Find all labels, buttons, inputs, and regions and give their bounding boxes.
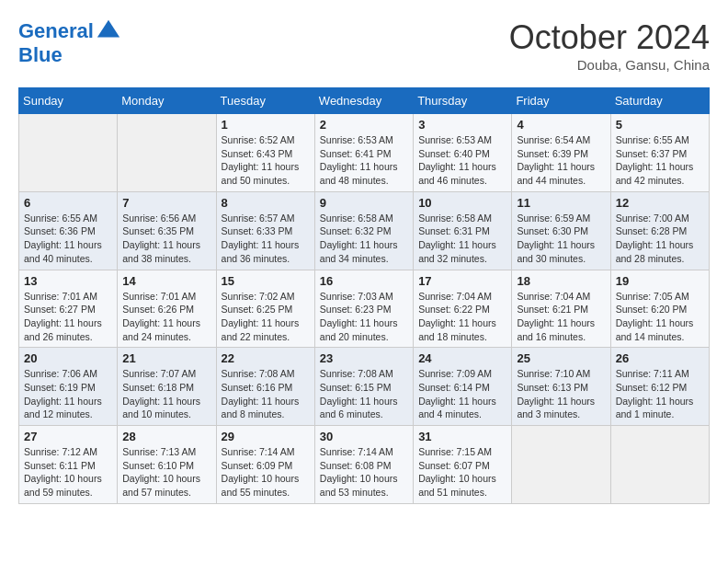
day-number: 19: [616, 274, 704, 288]
calendar-day-cell: 30Sunrise: 7:14 AM Sunset: 6:08 PM Dayli…: [314, 426, 413, 504]
day-info: Sunrise: 7:08 AM Sunset: 6:15 PM Dayligh…: [320, 367, 408, 421]
weekday-header-cell: Thursday: [414, 88, 512, 114]
calendar-day-cell: 23Sunrise: 7:08 AM Sunset: 6:15 PM Dayli…: [314, 348, 413, 426]
logo-text-blue: Blue: [18, 44, 63, 66]
day-number: 5: [616, 118, 704, 132]
day-info: Sunrise: 7:03 AM Sunset: 6:23 PM Dayligh…: [320, 290, 408, 344]
calendar-day-cell: 31Sunrise: 7:15 AM Sunset: 6:07 PM Dayli…: [414, 426, 512, 504]
day-info: Sunrise: 6:57 AM Sunset: 6:33 PM Dayligh…: [222, 212, 310, 266]
calendar-day-cell: 7Sunrise: 6:56 AM Sunset: 6:35 PM Daylig…: [118, 191, 216, 270]
calendar-day-cell: 10Sunrise: 6:58 AM Sunset: 6:31 PM Dayli…: [414, 191, 512, 270]
day-number: 14: [122, 274, 210, 288]
day-info: Sunrise: 7:11 AM Sunset: 6:12 PM Dayligh…: [616, 367, 704, 421]
calendar-day-cell: 3Sunrise: 6:53 AM Sunset: 6:40 PM Daylig…: [414, 114, 512, 192]
svg-marker-0: [97, 20, 119, 38]
calendar-day-cell: 12Sunrise: 7:00 AM Sunset: 6:28 PM Dayli…: [610, 191, 709, 270]
weekday-header-cell: Saturday: [610, 88, 709, 114]
day-number: 31: [418, 430, 506, 443]
day-number: 23: [320, 351, 408, 365]
calendar-day-cell: 16Sunrise: 7:03 AM Sunset: 6:23 PM Dayli…: [314, 270, 413, 348]
day-number: 4: [517, 118, 605, 132]
calendar-day-cell: [19, 114, 118, 192]
day-info: Sunrise: 6:54 AM Sunset: 6:39 PM Dayligh…: [517, 133, 605, 188]
day-info: Sunrise: 6:53 AM Sunset: 6:40 PM Dayligh…: [418, 133, 506, 188]
day-number: 13: [24, 274, 112, 288]
logo-text: General: [18, 20, 94, 42]
logo-icon: [96, 18, 121, 44]
day-info: Sunrise: 7:14 AM Sunset: 6:09 PM Dayligh…: [222, 445, 310, 500]
calendar-week-row: 20Sunrise: 7:06 AM Sunset: 6:19 PM Dayli…: [19, 348, 710, 426]
weekday-header-cell: Tuesday: [216, 88, 314, 114]
day-info: Sunrise: 7:06 AM Sunset: 6:19 PM Dayligh…: [24, 367, 112, 421]
day-info: Sunrise: 7:01 AM Sunset: 6:27 PM Dayligh…: [24, 290, 112, 344]
logo: General Blue: [18, 18, 121, 66]
day-number: 2: [320, 118, 408, 132]
day-info: Sunrise: 7:12 AM Sunset: 6:11 PM Dayligh…: [24, 445, 112, 500]
calendar-week-row: 1Sunrise: 6:52 AM Sunset: 6:43 PM Daylig…: [19, 114, 710, 192]
weekday-header-cell: Friday: [512, 88, 610, 114]
weekday-header-cell: Monday: [118, 88, 216, 114]
title-block: October 2024 Douba, Gansu, China: [509, 18, 710, 73]
day-number: 18: [517, 274, 605, 288]
day-info: Sunrise: 7:05 AM Sunset: 6:20 PM Dayligh…: [616, 290, 704, 344]
calendar-week-row: 13Sunrise: 7:01 AM Sunset: 6:27 PM Dayli…: [19, 270, 710, 348]
day-info: Sunrise: 6:56 AM Sunset: 6:35 PM Dayligh…: [122, 212, 210, 266]
day-number: 9: [320, 196, 408, 210]
day-info: Sunrise: 6:52 AM Sunset: 6:43 PM Dayligh…: [222, 133, 310, 188]
calendar-day-cell: [118, 114, 216, 192]
day-info: Sunrise: 7:13 AM Sunset: 6:10 PM Dayligh…: [122, 445, 210, 500]
calendar-day-cell: 25Sunrise: 7:10 AM Sunset: 6:13 PM Dayli…: [512, 348, 610, 426]
calendar-day-cell: [610, 426, 709, 504]
day-number: 25: [517, 351, 605, 365]
day-number: 16: [320, 274, 408, 288]
day-number: 27: [24, 430, 112, 443]
calendar-day-cell: 26Sunrise: 7:11 AM Sunset: 6:12 PM Dayli…: [610, 348, 709, 426]
weekday-header-row: SundayMondayTuesdayWednesdayThursdayFrid…: [19, 88, 710, 114]
day-number: 6: [24, 196, 112, 210]
month-title: October 2024: [509, 18, 710, 57]
day-info: Sunrise: 7:02 AM Sunset: 6:25 PM Dayligh…: [222, 290, 310, 344]
day-info: Sunrise: 7:15 AM Sunset: 6:07 PM Dayligh…: [418, 445, 506, 500]
day-number: 20: [24, 351, 112, 365]
calendar-day-cell: 19Sunrise: 7:05 AM Sunset: 6:20 PM Dayli…: [610, 270, 709, 348]
calendar-day-cell: 6Sunrise: 6:55 AM Sunset: 6:36 PM Daylig…: [19, 191, 118, 270]
calendar-day-cell: 2Sunrise: 6:53 AM Sunset: 6:41 PM Daylig…: [314, 114, 413, 192]
day-info: Sunrise: 7:08 AM Sunset: 6:16 PM Dayligh…: [222, 367, 310, 421]
calendar-day-cell: 8Sunrise: 6:57 AM Sunset: 6:33 PM Daylig…: [216, 191, 314, 270]
day-number: 3: [418, 118, 506, 132]
day-number: 17: [418, 274, 506, 288]
location-subtitle: Douba, Gansu, China: [509, 57, 710, 73]
calendar-day-cell: 14Sunrise: 7:01 AM Sunset: 6:26 PM Dayli…: [118, 270, 216, 348]
calendar-day-cell: 27Sunrise: 7:12 AM Sunset: 6:11 PM Dayli…: [19, 426, 118, 504]
day-number: 11: [517, 196, 605, 210]
day-info: Sunrise: 7:04 AM Sunset: 6:22 PM Dayligh…: [418, 290, 506, 344]
day-info: Sunrise: 7:10 AM Sunset: 6:13 PM Dayligh…: [517, 367, 605, 421]
calendar-day-cell: 4Sunrise: 6:54 AM Sunset: 6:39 PM Daylig…: [512, 114, 610, 192]
day-number: 22: [222, 351, 310, 365]
calendar-day-cell: 24Sunrise: 7:09 AM Sunset: 6:14 PM Dayli…: [414, 348, 512, 426]
day-info: Sunrise: 7:07 AM Sunset: 6:18 PM Dayligh…: [122, 367, 210, 421]
day-info: Sunrise: 6:58 AM Sunset: 6:31 PM Dayligh…: [418, 212, 506, 266]
day-info: Sunrise: 6:59 AM Sunset: 6:30 PM Dayligh…: [517, 212, 605, 266]
day-number: 26: [616, 351, 704, 365]
day-number: 1: [222, 118, 310, 132]
calendar-week-row: 27Sunrise: 7:12 AM Sunset: 6:11 PM Dayli…: [19, 426, 710, 504]
day-number: 28: [122, 430, 210, 443]
day-info: Sunrise: 7:01 AM Sunset: 6:26 PM Dayligh…: [122, 290, 210, 344]
day-number: 12: [616, 196, 704, 210]
day-info: Sunrise: 6:55 AM Sunset: 6:37 PM Dayligh…: [616, 133, 704, 188]
calendar-day-cell: 1Sunrise: 6:52 AM Sunset: 6:43 PM Daylig…: [216, 114, 314, 192]
day-number: 24: [418, 351, 506, 365]
day-number: 7: [122, 196, 210, 210]
page-header: General Blue October 2024 Douba, Gansu, …: [18, 18, 710, 73]
calendar-day-cell: 21Sunrise: 7:07 AM Sunset: 6:18 PM Dayli…: [118, 348, 216, 426]
weekday-header-cell: Wednesday: [314, 88, 413, 114]
day-info: Sunrise: 7:09 AM Sunset: 6:14 PM Dayligh…: [418, 367, 506, 421]
day-number: 21: [122, 351, 210, 365]
day-number: 15: [222, 274, 310, 288]
day-number: 8: [222, 196, 310, 210]
calendar-day-cell: 15Sunrise: 7:02 AM Sunset: 6:25 PM Dayli…: [216, 270, 314, 348]
calendar-day-cell: 5Sunrise: 6:55 AM Sunset: 6:37 PM Daylig…: [610, 114, 709, 192]
day-number: 30: [320, 430, 408, 443]
calendar-day-cell: 22Sunrise: 7:08 AM Sunset: 6:16 PM Dayli…: [216, 348, 314, 426]
